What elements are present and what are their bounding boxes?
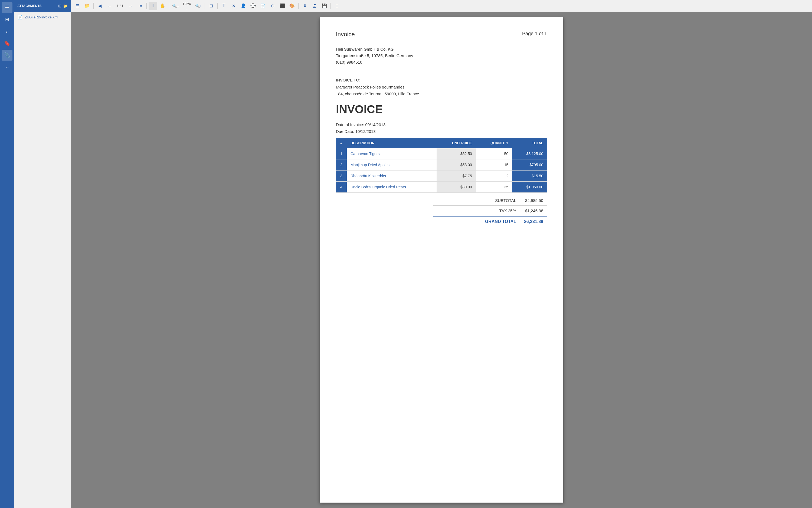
hand-tool-btn[interactable]: ✋ <box>158 2 167 10</box>
tax-label: TAX 25% <box>437 208 516 213</box>
row-description: Rhönbräu Klosterbier <box>347 170 437 181</box>
grand-total-value: $6,231.88 <box>516 219 543 224</box>
invoice-header-row: Invoice Page 1 of 1 <box>336 31 547 38</box>
stamp-btn[interactable]: 👤 <box>239 2 248 10</box>
col-header-quantity: QUANTITY <box>476 138 512 148</box>
xml-file-icon: 📄 <box>17 14 23 20</box>
invoice-to-section: INVOICE TO: Margaret Peacock Folies gour… <box>336 77 547 97</box>
totals-section: SUBTOTAL $4,985.50 TAX 25% $1,246.38 GRA… <box>336 196 547 227</box>
attachments-header-icons: ⊞ 📁 <box>58 4 68 8</box>
toolbar-sep-3 <box>169 3 169 9</box>
more-options-btn[interactable]: ⋮ <box>333 2 341 10</box>
attachment-item[interactable]: 📄 ZUGFeRD-Invoice.Xml <box>14 12 71 23</box>
page-indicator: Page 1 of 1 <box>522 31 547 37</box>
crosshair-btn[interactable]: ✕ <box>229 2 238 10</box>
col-header-unit-price: UNIT PRICE <box>437 138 476 148</box>
company-info: Heli Süßwaren GmbH & Co. KG Tiergartenst… <box>336 46 547 66</box>
table-row: 4 Uncle Bob's Organic Dried Pears $30.00… <box>336 181 547 193</box>
last-page-btn[interactable]: ↠ <box>136 2 144 10</box>
col-header-description: DESCRIPTION <box>347 138 437 148</box>
row-quantity: 2 <box>476 170 512 181</box>
color-btn[interactable]: 🎨 <box>288 2 296 10</box>
attachment-doc-btn[interactable]: 📄 <box>258 2 267 10</box>
row-total: $795.00 <box>512 159 547 170</box>
row-total: $1,050.00 <box>512 181 547 193</box>
grand-total-label: GRAND TOTAL <box>437 219 516 224</box>
row-total: $15.50 <box>512 170 547 181</box>
text-select-btn[interactable]: T <box>219 2 228 10</box>
row-quantity: 35 <box>476 181 512 193</box>
zoom-in-btn[interactable]: 🔍+ <box>194 2 203 10</box>
prev-page-btn[interactable]: ◀ <box>95 2 104 10</box>
sidebar-toggle-btn[interactable]: ☰ <box>73 2 82 10</box>
toolbar-sep-4 <box>205 3 205 9</box>
client-address: 184, chaussée de Tournai, 59000, Lille F… <box>336 90 547 97</box>
row-quantity: 50 <box>476 148 512 159</box>
back-btn[interactable]: ← <box>105 2 114 10</box>
client-name: Margaret Peacock Folies gourmandes <box>336 84 547 91</box>
pdf-page: Invoice Page 1 of 1 Heli Süßwaren GmbH &… <box>319 17 563 503</box>
zoom-level: 125% ... <box>181 2 193 10</box>
row-num: 2 <box>336 159 347 170</box>
attachments-header: ATTACHMENTS ⊞ 📁 <box>14 0 71 12</box>
company-name: Heli Süßwaren GmbH & Co. KG <box>336 46 547 52</box>
col-header-num: # <box>336 138 347 148</box>
paperclip-icon[interactable]: 📎 <box>2 50 12 60</box>
hamburger-menu-icon[interactable]: ☰ <box>2 2 12 13</box>
row-unit-price: $30.00 <box>437 181 476 193</box>
bookmark-icon[interactable]: 🔖 <box>2 38 12 49</box>
fit-page-btn[interactable]: ⊡ <box>207 2 215 10</box>
due-date: Due Date: 10/12/2013 <box>336 128 547 135</box>
subtotal-label: SUBTOTAL <box>437 198 516 203</box>
main-area: ☰ 📁 ◀ ← 1 / 1 → ↠ I ✋ 🔍− 125% ... 🔍+ ⊡ T… <box>71 0 812 508</box>
redact-btn[interactable]: ⊙ <box>268 2 277 10</box>
toolbar-sep-1 <box>93 3 94 9</box>
forward-btn[interactable]: → <box>126 2 135 10</box>
tax-value: $1,246.38 <box>516 208 543 213</box>
invoice-to-label: INVOICE TO: <box>336 77 547 84</box>
row-unit-price: $62.50 <box>437 148 476 159</box>
left-sidebar: ☰ ⊞ ⌕ 🔖 📎 ⌁ <box>0 0 14 508</box>
pdf-area[interactable]: Invoice Page 1 of 1 Heli Süßwaren GmbH &… <box>71 12 812 508</box>
grand-total-row: GRAND TOTAL $6,231.88 <box>433 216 547 227</box>
row-unit-price: $7.75 <box>437 170 476 181</box>
row-num: 4 <box>336 181 347 193</box>
table-row: 3 Rhönbräu Klosterbier $7.75 2 $15.50 <box>336 170 547 181</box>
row-quantity: 15 <box>476 159 512 170</box>
search-icon[interactable]: ⌕ <box>2 26 12 37</box>
print-btn[interactable]: 🖨 <box>310 2 319 10</box>
cursor-tool-btn[interactable]: I <box>148 2 157 10</box>
page-counter: 1 / 1 <box>115 4 125 8</box>
row-description: Carnarvon Tigers <box>347 148 437 159</box>
attachments-sort-icon[interactable]: ⊞ <box>58 4 61 8</box>
tax-row: TAX 25% $1,246.38 <box>433 206 547 216</box>
link-icon[interactable]: ⌁ <box>2 62 12 73</box>
attachments-folder-icon[interactable]: 📁 <box>63 4 68 8</box>
grid-icon[interactable]: ⊞ <box>2 14 12 25</box>
table-row: 2 Manjimup Dried Apples $53.00 15 $795.0… <box>336 159 547 170</box>
row-description: Manjimup Dried Apples <box>347 159 437 170</box>
comment-btn[interactable]: 💬 <box>249 2 257 10</box>
open-file-btn[interactable]: 📁 <box>83 2 91 10</box>
zoom-out-btn[interactable]: 🔍− <box>171 2 180 10</box>
attachments-panel: ATTACHMENTS ⊞ 📁 📄 ZUGFeRD-Invoice.Xml <box>14 0 71 508</box>
toolbar-sep-5 <box>217 3 218 9</box>
col-header-total: TOTAL <box>512 138 547 148</box>
invoice-title-top: Invoice <box>336 31 355 38</box>
attachments-label: ATTACHMENTS <box>17 4 42 8</box>
row-num: 3 <box>336 170 347 181</box>
watermark-btn[interactable]: ⬛ <box>278 2 287 10</box>
totals-table: SUBTOTAL $4,985.50 TAX 25% $1,246.38 GRA… <box>433 196 547 227</box>
invoice-dates: Date of Invoice: 09/14/2013 Due Date: 10… <box>336 121 547 135</box>
download-btn[interactable]: ⬇ <box>300 2 309 10</box>
row-unit-price: $53.00 <box>437 159 476 170</box>
company-address: Tiergartenstraße 5, 10785, Berlin German… <box>336 52 547 59</box>
invoice-big-title: INVOICE <box>336 103 547 116</box>
table-row: 1 Carnarvon Tigers $62.50 50 $3,125.00 <box>336 148 547 159</box>
subtotal-value: $4,985.50 <box>516 198 543 203</box>
save-btn[interactable]: 💾 <box>320 2 329 10</box>
date-of-invoice: Date of Invoice: 09/14/2013 <box>336 121 547 128</box>
toolbar-sep-6 <box>298 3 299 9</box>
subtotal-row: SUBTOTAL $4,985.50 <box>433 196 547 206</box>
invoice-table: # DESCRIPTION UNIT PRICE QUANTITY TOTAL … <box>336 138 547 193</box>
